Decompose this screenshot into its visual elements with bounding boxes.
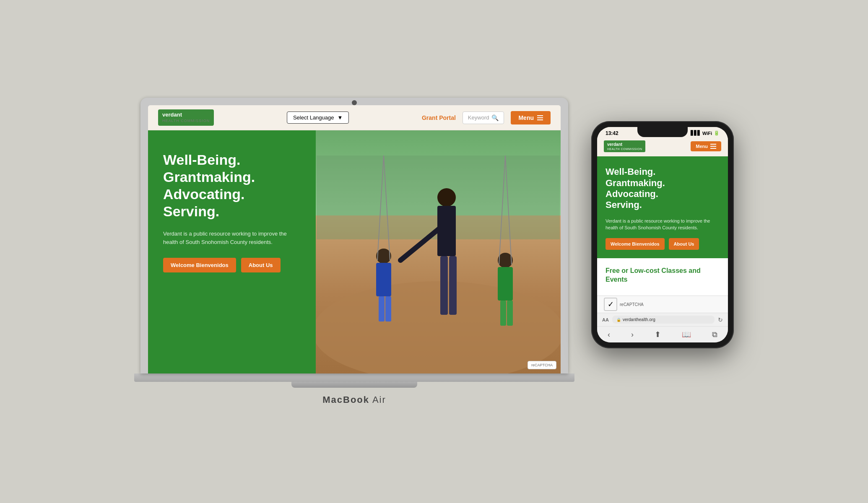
about-us-button[interactable]: About Us [241, 258, 281, 272]
phone-header: verdant HEALTH COMMISSION Menu [597, 138, 728, 157]
svg-rect-4 [440, 256, 448, 315]
safari-url-bar[interactable]: 🔒 verdanthealth.org [612, 316, 715, 324]
phone-hamburger-icon [710, 144, 716, 149]
header-right: Grant Portal Keyword 🔍 Menu [422, 111, 551, 124]
macbook-screen-border: verdant HEALTH COMMISSION Select Languag… [140, 98, 568, 373]
macbook-screen: verdant HEALTH COMMISSION Select Languag… [148, 105, 561, 373]
safari-aa-button[interactable]: AA [602, 317, 609, 322]
hero-buttons: Welcome Bienvenidos About Us [163, 258, 301, 272]
svg-rect-14 [500, 301, 506, 326]
battery-icon: 🔋 [714, 130, 720, 136]
bookmarks-icon[interactable]: 📖 [682, 330, 691, 339]
phone-device: 13:42 ▋▋▋ WiFi 🔋 verdant HEALTH COMMISSI… [591, 121, 734, 349]
svg-rect-9 [385, 296, 391, 322]
hero-section: Well-Being. Grantmaking. Advocating. Ser… [148, 130, 561, 373]
search-box[interactable]: Keyword 🔍 [463, 111, 504, 124]
macbook-label: MacBook Air [322, 394, 386, 405]
hero-image: reCAPTCHA [316, 130, 561, 373]
grant-portal-link[interactable]: Grant Portal [422, 114, 456, 121]
tabs-icon[interactable]: ⧉ [712, 330, 717, 339]
playground-background [316, 130, 561, 373]
logo-subtitle: HEALTH COMMISSION [162, 119, 210, 123]
macbook-camera [352, 100, 357, 105]
menu-button[interactable]: Menu [511, 111, 551, 124]
phone-frame: 13:42 ▋▋▋ WiFi 🔋 verdant HEALTH COMMISSI… [591, 121, 734, 349]
hero-description: Verdant is a public resource working to … [163, 230, 301, 246]
hero-content: Well-Being. Grantmaking. Advocating. Ser… [148, 130, 316, 373]
svg-rect-8 [379, 296, 385, 322]
phone-screen: 13:42 ▋▋▋ WiFi 🔋 verdant HEALTH COMMISSI… [597, 127, 728, 343]
recaptcha-checkbox[interactable]: ✓ [604, 298, 617, 311]
header-center: Select Language ▼ [222, 111, 413, 124]
svg-rect-7 [376, 263, 391, 296]
svg-rect-5 [449, 256, 457, 315]
phone-logo[interactable]: verdant HEALTH COMMISSION [604, 140, 645, 153]
search-icon: 🔍 [491, 114, 499, 121]
phone-logo-subtitle: HEALTH COMMISSION [607, 148, 642, 151]
phone-nav-bar: ‹ › ⬆ 📖 ⧉ [597, 326, 728, 342]
svg-rect-15 [507, 301, 513, 326]
svg-rect-13 [498, 267, 513, 301]
hamburger-icon [537, 115, 543, 120]
site-logo[interactable]: verdant HEALTH COMMISSION [158, 109, 214, 126]
svg-point-6 [376, 249, 391, 264]
phone-status-icons: ▋▋▋ WiFi 🔋 [691, 130, 720, 136]
language-selector[interactable]: Select Language ▼ [287, 111, 349, 124]
macbook-stand [291, 382, 417, 388]
macbook-device: verdant HEALTH COMMISSION Select Languag… [134, 98, 574, 405]
phone-notch [637, 127, 688, 137]
svg-point-1 [316, 281, 561, 373]
phone-welcome-button[interactable]: Welcome Bienvenidos [606, 238, 665, 250]
back-icon[interactable]: ‹ [608, 330, 610, 339]
phone-hero-buttons: Welcome Bienvenidos About Us [606, 238, 720, 250]
phone-menu-button[interactable]: Menu [691, 141, 721, 151]
signal-icon: ▋▋▋ [691, 130, 701, 136]
phone-about-button[interactable]: About Us [669, 238, 699, 250]
chevron-down-icon: ▼ [338, 114, 343, 121]
phone-bottom-section: Free or Low-cost Classes and Events [597, 258, 728, 296]
phone-recaptcha-area: ✓ reCAPTCHA [597, 296, 728, 313]
wifi-icon: WiFi [702, 131, 712, 136]
site-header: verdant HEALTH COMMISSION Select Languag… [148, 105, 561, 130]
svg-point-2 [437, 188, 456, 207]
hero-headline: Well-Being. Grantmaking. Advocating. Ser… [163, 151, 301, 220]
phone-hero-headline: Well-Being. Grantmaking. Advocating. Ser… [606, 166, 720, 211]
lock-icon: 🔒 [616, 318, 621, 322]
phone-time: 13:42 [606, 130, 619, 136]
svg-point-12 [498, 253, 513, 268]
phone-classes-title: Free or Low-cost Classes and Events [606, 267, 720, 284]
reload-icon[interactable]: ↻ [718, 316, 723, 323]
welcome-bienvenidos-button[interactable]: Welcome Bienvenidos [163, 258, 236, 272]
share-icon[interactable]: ⬆ [655, 330, 661, 339]
phone-hero-section: Well-Being. Grantmaking. Advocating. Ser… [597, 156, 728, 258]
macbook-base [134, 373, 574, 382]
forward-icon[interactable]: › [631, 330, 634, 339]
hero-image-svg [316, 130, 561, 373]
recaptcha-label: reCAPTCHA [620, 302, 644, 307]
phone-hero-description: Verdant is a public resource working to … [606, 218, 720, 231]
recaptcha-badge: reCAPTCHA [528, 361, 556, 369]
safari-bar: AA 🔒 verdanthealth.org ↻ [597, 313, 728, 326]
